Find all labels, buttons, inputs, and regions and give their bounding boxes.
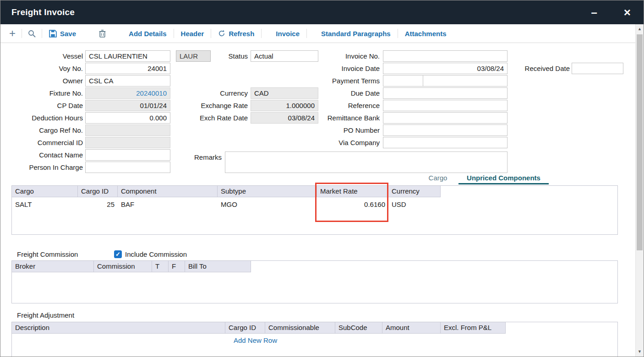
search-button[interactable] xyxy=(24,30,40,38)
cp-date-field: 01/01/24 xyxy=(85,100,170,111)
invoice-date-label: Invoice Date xyxy=(306,63,380,74)
column-header-adj-cargo-id[interactable]: Cargo ID xyxy=(225,322,265,334)
invoice-date-field[interactable]: 03/08/24 xyxy=(383,63,508,74)
tab-cargo[interactable]: Cargo xyxy=(423,173,453,183)
cell-market-rate: 0.6160 xyxy=(317,197,388,211)
toolbar-separator xyxy=(306,29,307,38)
commercial-id-field xyxy=(85,137,170,148)
add-new-row-link[interactable]: Add New Row xyxy=(234,336,277,344)
reference-field[interactable] xyxy=(383,100,508,111)
unpriced-components-row[interactable]: SALT 25 BAF MGO 0.6160 USD xyxy=(12,197,617,211)
remarks-label: Remarks xyxy=(158,151,222,163)
new-button[interactable]: + xyxy=(5,28,20,39)
window-titlebar: Freight Invoice – × xyxy=(0,0,644,24)
refresh-button[interactable]: Refresh xyxy=(213,30,259,38)
attachments-button[interactable]: Attachments xyxy=(400,30,452,38)
deduction-hours-field[interactable]: 0.000 xyxy=(85,112,170,124)
column-header-t[interactable]: T xyxy=(152,261,169,272)
cell-cargo: SALT xyxy=(12,197,78,211)
column-header-component[interactable]: Component xyxy=(118,186,218,197)
status-label: Status xyxy=(184,50,248,62)
toolbar-separator xyxy=(261,29,262,38)
freight-commission-title: Freight Commission xyxy=(17,249,78,260)
column-header-commissionable[interactable]: Commissionable xyxy=(265,322,335,334)
owner-label: Owner xyxy=(10,75,83,87)
column-header-bill-to[interactable]: Bill To xyxy=(185,261,251,272)
received-date-label: Received Date xyxy=(508,63,570,74)
column-header-broker[interactable]: Broker xyxy=(12,261,94,272)
person-in-charge-field[interactable] xyxy=(85,162,170,173)
unpriced-components-header-row: Cargo Cargo ID Component Subtype Market … xyxy=(12,186,617,197)
scroll-up-icon[interactable]: ▲ xyxy=(636,25,644,33)
freight-invoice-window: Freight Invoice – × + Save Add Details H… xyxy=(0,0,644,357)
include-commission-label: Include Commission xyxy=(125,249,187,260)
toolbar-separator xyxy=(174,29,174,38)
voy-no-field[interactable]: 24001 xyxy=(85,63,170,74)
cell-component: BAF xyxy=(118,197,218,211)
fixture-no-field[interactable]: 20240010 xyxy=(85,87,170,99)
standard-paragraphs-label: Standard Paragraphs xyxy=(321,30,391,38)
payment-terms-description-field[interactable] xyxy=(423,75,508,87)
column-header-subcode[interactable]: SubCode xyxy=(335,322,382,334)
payment-terms-field[interactable] xyxy=(383,75,423,87)
column-header-f[interactable]: F xyxy=(169,261,185,272)
po-number-field[interactable] xyxy=(383,124,508,136)
received-date-field[interactable] xyxy=(572,63,623,74)
invoice-label: Invoice xyxy=(276,30,300,38)
tab-unpriced-components[interactable]: Unpriced Components xyxy=(458,173,549,184)
remittance-bank-label: Remittance Bank xyxy=(306,112,380,124)
freight-adjustment-title: Freight Adjustment xyxy=(17,310,74,321)
invoice-button[interactable]: Invoice xyxy=(271,30,305,38)
header-label: Header xyxy=(181,30,204,38)
remittance-bank-field[interactable] xyxy=(383,112,508,124)
cp-date-label: CP Date xyxy=(10,100,83,111)
toolbar-separator xyxy=(22,29,22,38)
column-header-commission[interactable]: Commission xyxy=(94,261,152,272)
scrollbar-thumb[interactable] xyxy=(637,34,643,250)
column-header-cargo-id[interactable]: Cargo ID xyxy=(78,186,118,197)
due-date-field[interactable] xyxy=(383,87,508,99)
invoice-no-label: Invoice No. xyxy=(306,50,380,62)
save-button[interactable]: Save xyxy=(44,30,81,38)
freight-commission-grid: Broker Commission T F Bill To xyxy=(11,260,618,303)
delete-button[interactable] xyxy=(95,30,110,38)
minimize-icon[interactable]: – xyxy=(591,7,597,18)
scroll-down-icon[interactable]: ▼ xyxy=(636,348,644,356)
column-header-market-rate[interactable]: Market Rate xyxy=(317,186,388,197)
refresh-icon xyxy=(218,30,225,37)
vessel-label: Vessel xyxy=(10,50,83,62)
cell-subtype: MGO xyxy=(218,197,317,211)
owner-field[interactable]: CSL CA xyxy=(85,75,170,87)
via-company-field[interactable] xyxy=(383,137,508,148)
column-header-cargo[interactable]: Cargo xyxy=(12,186,78,197)
close-icon[interactable]: × xyxy=(624,6,631,18)
contact-name-label: Contact Name xyxy=(10,149,83,161)
fixture-no-label: Fixture No. xyxy=(10,87,83,99)
column-header-description[interactable]: Description xyxy=(12,322,225,334)
freight-adjustment-header-row: Description Cargo ID Commissionable SubC… xyxy=(12,322,617,334)
vertical-scrollbar[interactable]: ▲ ▼ xyxy=(635,24,644,357)
person-in-charge-label: Person In Charge xyxy=(10,162,83,173)
cargo-ref-no-label: Cargo Ref No. xyxy=(10,124,83,136)
column-header-subtype[interactable]: Subtype xyxy=(218,186,317,197)
standard-paragraphs-button[interactable]: Standard Paragraphs xyxy=(316,30,396,38)
cargo-ref-no-field xyxy=(85,124,170,136)
payment-terms-label: Payment Terms xyxy=(306,75,380,87)
column-header-currency[interactable]: Currency xyxy=(388,186,441,197)
via-company-label: Via Company xyxy=(306,137,380,148)
include-commission-checkbox[interactable]: ✓ xyxy=(114,250,122,258)
window-title: Freight Invoice xyxy=(11,7,75,17)
add-details-label: Add Details xyxy=(129,30,167,38)
toolbar-separator xyxy=(42,29,42,38)
toolbar-separator xyxy=(398,29,398,38)
column-header-amount[interactable]: Amount xyxy=(382,322,441,334)
header-button[interactable]: Header xyxy=(176,30,209,38)
po-number-label: PO Number xyxy=(306,124,380,136)
vessel-field[interactable]: CSL LAURENTIEN xyxy=(85,50,170,62)
remarks-field[interactable] xyxy=(225,151,508,173)
currency-label: Currency xyxy=(184,87,248,99)
add-details-button[interactable]: Add Details xyxy=(124,30,172,38)
save-icon xyxy=(49,30,57,38)
invoice-no-field[interactable] xyxy=(383,50,508,62)
column-header-excl-from-pl[interactable]: Excl. From P&L xyxy=(441,322,506,334)
